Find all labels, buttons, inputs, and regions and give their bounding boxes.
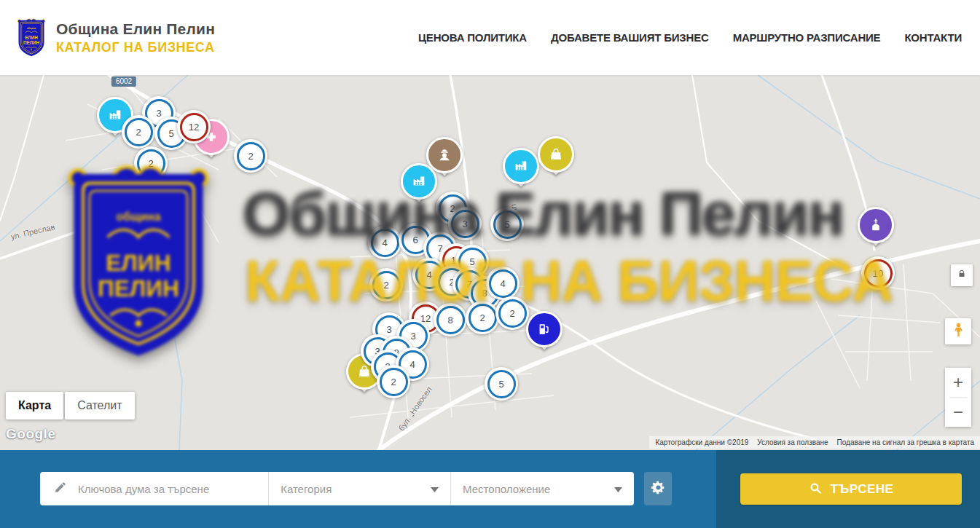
cluster-count: 5: [504, 219, 509, 230]
nav-item-2[interactable]: ДОБАВЕТЕ ВАШИЯТ БИЗНЕС: [551, 31, 709, 44]
cluster-ring: 2: [137, 149, 165, 178]
nav-item-4[interactable]: КОНТАКТИ: [904, 31, 962, 44]
site-title: Община Елин Пелин: [56, 20, 215, 38]
factory-icon: [401, 163, 437, 200]
advanced-settings-button[interactable]: [644, 472, 672, 505]
cluster-ring: 10: [864, 259, 893, 288]
google-logo[interactable]: Google: [6, 426, 55, 442]
zoom-control: + −: [945, 368, 971, 427]
zoom-in-button[interactable]: +: [945, 368, 971, 397]
cluster-marker[interactable]: 2: [134, 146, 168, 180]
cluster-marker[interactable]: 3: [448, 207, 482, 240]
cluster-marker[interactable]: 5: [490, 208, 524, 241]
cluster-ring: 2: [380, 368, 408, 396]
cluster-count: 2: [509, 308, 514, 319]
cluster-ring: 5: [493, 210, 522, 239]
keyword-input[interactable]: [77, 482, 247, 496]
zoom-out-button[interactable]: −: [945, 398, 971, 427]
cluster-ring: 2: [237, 142, 265, 170]
pencil-icon: [54, 481, 67, 497]
location-select-value: Местоположение: [463, 483, 550, 495]
site-subtitle: КАТАЛОГ НА БИЗНЕСА: [56, 40, 215, 55]
cluster-count: 4: [500, 278, 505, 289]
cluster-count: 2: [136, 127, 141, 138]
cluster-marker[interactable]: 2: [377, 365, 410, 398]
page: община ЕЛИН ПЕЛИН Община Елин Пелин КАТА…: [0, 0, 980, 528]
cluster-marker[interactable]: 4: [368, 226, 401, 259]
attribution-report-link[interactable]: Подаване на сигнал за грешка в картата: [837, 438, 974, 446]
cluster-marker[interactable]: 2: [369, 268, 403, 302]
cluster-count: 4: [382, 237, 387, 248]
attribution-terms-link[interactable]: Условия за ползване: [757, 438, 828, 446]
brand-text: Община Елин Пелин КАТАЛОГ НА БИЗНЕСА: [56, 20, 215, 55]
cluster-marker[interactable]: 2: [234, 139, 267, 173]
municipality-crest-icon: община ЕЛИН ПЕЛИН: [15, 17, 48, 58]
cluster-marker[interactable]: 8: [434, 303, 467, 336]
cluster-ring: 2: [125, 118, 153, 146]
svg-text:ЕЛИН: ЕЛИН: [25, 35, 38, 40]
cluster-count: 5: [498, 379, 503, 390]
map-attribution: Картографски данни ©2019 Условия за полз…: [649, 436, 980, 449]
pegman-icon: [950, 322, 967, 342]
cluster-count: 12: [189, 122, 199, 133]
fuel-pin-marker[interactable]: [526, 311, 562, 356]
search-button-label: ТЪРСЕНЕ: [831, 482, 894, 497]
fuel-icon: [526, 311, 562, 347]
cluster-marker[interactable]: 2: [466, 301, 499, 334]
cluster-marker[interactable]: 5: [485, 367, 518, 401]
church-icon: [858, 207, 894, 243]
cluster-count: 2: [383, 280, 388, 291]
cluster-count: 8: [447, 315, 452, 326]
cluster-marker[interactable]: 12: [177, 110, 211, 143]
cluster-ring: 12: [180, 113, 208, 141]
map-type-satellite-button[interactable]: Сателит: [65, 392, 134, 419]
category-select[interactable]: Категория: [269, 472, 450, 505]
cluster-marker[interactable]: 4: [486, 267, 520, 300]
cluster-count: 2: [148, 158, 153, 169]
shopping-pin-marker[interactable]: [538, 136, 574, 181]
chevron-down-icon: [431, 482, 439, 495]
factory-icon: [503, 148, 539, 184]
factory-pin-marker[interactable]: [503, 148, 539, 193]
church-pin-marker[interactable]: [858, 207, 894, 252]
attribution-copyright: Картографски данни ©2019: [655, 438, 748, 446]
chevron-down-icon: [614, 482, 622, 495]
factory-pin-marker[interactable]: [401, 163, 437, 208]
cluster-count: 2: [479, 312, 485, 323]
cluster-ring: 5: [487, 370, 516, 398]
map-type-control: Карта Сателит: [6, 392, 135, 419]
lock-button[interactable]: [951, 264, 973, 286]
cluster-ring: 2: [372, 271, 401, 299]
cluster-count: 2: [391, 377, 396, 387]
cluster-count: 5: [469, 256, 474, 267]
cluster-ring: 4: [371, 229, 399, 257]
cluster-count: 2: [248, 151, 253, 162]
cluster-count: 3: [462, 218, 467, 229]
location-select[interactable]: Местоположение: [451, 472, 634, 505]
gear-icon: [651, 480, 666, 497]
nav-item-1[interactable]: ЦЕНОВА ПОЛИТИКА: [418, 31, 527, 44]
cluster-marker[interactable]: 2: [122, 115, 155, 149]
cluster-count: 4: [426, 269, 431, 280]
marker-layer: 3251222235467135242784128223338342510: [0, 75, 980, 450]
cluster-count: 3: [410, 331, 415, 342]
search-icon: [809, 481, 823, 497]
shopping-icon: [538, 136, 574, 173]
nav-item-3[interactable]: МАРШРУТНО РАЗПИСАНИЕ: [733, 31, 881, 44]
cluster-ring: 2: [469, 304, 497, 332]
main-nav: ЦЕНОВА ПОЛИТИКАДОБАВЕТЕ ВАШИЯТ БИЗНЕСМАР…: [418, 0, 962, 75]
svg-text:ПЕЛИН: ПЕЛИН: [23, 40, 40, 45]
keyword-field[interactable]: [40, 472, 268, 505]
svg-text:община: община: [27, 27, 36, 30]
cluster-ring: 2: [498, 299, 527, 328]
pegman-control[interactable]: [945, 318, 971, 344]
map-type-map-button[interactable]: Карта: [6, 392, 63, 419]
category-select-value: Категория: [281, 483, 332, 495]
brand-logo[interactable]: община ЕЛИН ПЕЛИН Община Елин Пелин КАТА…: [15, 17, 215, 58]
search-button[interactable]: ТЪРСЕНЕ: [740, 473, 962, 505]
map-canvas[interactable]: 6002 ул. Преславбул. „Новоселции" 325122…: [0, 75, 980, 450]
cluster-marker[interactable]: 10: [861, 256, 895, 290]
cluster-ring: 8: [436, 306, 465, 334]
lock-icon: [957, 269, 967, 282]
cluster-marker[interactable]: 2: [495, 296, 529, 330]
